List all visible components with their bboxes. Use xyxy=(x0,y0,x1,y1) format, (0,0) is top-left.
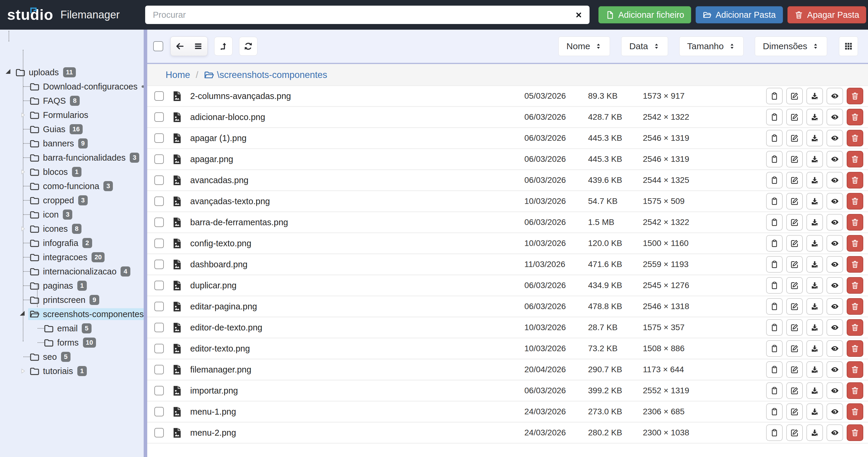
tree-item-inner[interactable]: como-funciona 3 xyxy=(28,180,116,192)
tree-expander-icon[interactable] xyxy=(18,364,28,378)
tree-item-inner[interactable]: integracoes 20 xyxy=(28,251,107,263)
copy-button[interactable] xyxy=(766,361,783,378)
tree-item[interactable]: Guias 16 xyxy=(0,122,147,136)
row-checkbox[interactable] xyxy=(154,133,164,143)
tree-item[interactable]: infografia 2 xyxy=(0,236,147,250)
download-button[interactable] xyxy=(806,109,823,125)
edit-button[interactable] xyxy=(786,235,803,252)
copy-button[interactable] xyxy=(766,424,783,441)
download-button[interactable] xyxy=(806,193,823,210)
edit-button[interactable] xyxy=(786,256,803,273)
edit-button[interactable] xyxy=(786,130,803,146)
tree-item[interactable]: Formularios xyxy=(0,108,147,122)
row-checkbox[interactable] xyxy=(154,196,164,206)
add-file-button[interactable]: Adicionar ficheiro xyxy=(598,6,691,23)
tree-item[interactable]: barra-funcionalidades 3 xyxy=(0,151,147,165)
tree-item-inner[interactable]: forms 10 xyxy=(42,337,99,348)
delete-button[interactable] xyxy=(847,340,863,357)
edit-button[interactable] xyxy=(786,88,803,104)
tree-item[interactable]: integracoes 20 xyxy=(0,250,147,264)
tree-expander-icon[interactable] xyxy=(18,151,28,165)
tree-expander-icon[interactable] xyxy=(32,321,42,335)
tree-expander-icon[interactable] xyxy=(18,136,28,151)
edit-button[interactable] xyxy=(786,403,803,420)
delete-folder-button[interactable]: Apagar Pasta xyxy=(787,6,867,23)
edit-button[interactable] xyxy=(786,277,803,294)
refresh-button[interactable] xyxy=(239,37,257,56)
delete-button[interactable] xyxy=(847,403,863,420)
row-checkbox[interactable] xyxy=(154,365,164,374)
copy-button[interactable] xyxy=(766,277,783,294)
preview-button[interactable] xyxy=(827,109,843,125)
download-button[interactable] xyxy=(806,361,823,378)
delete-button[interactable] xyxy=(847,214,863,231)
row-checkbox[interactable] xyxy=(154,407,164,417)
edit-button[interactable] xyxy=(786,361,803,378)
tree-item[interactable]: icon 3 xyxy=(0,208,147,222)
download-button[interactable] xyxy=(806,319,823,336)
tree-expander-icon[interactable] xyxy=(18,293,28,307)
row-checkbox[interactable] xyxy=(154,176,164,185)
delete-button[interactable] xyxy=(847,319,863,336)
row-checkbox[interactable] xyxy=(154,281,164,290)
delete-button[interactable] xyxy=(847,277,863,294)
preview-button[interactable] xyxy=(827,340,843,357)
tree-item[interactable]: screenshots-componentes xyxy=(0,307,147,321)
sort-by-name-button[interactable]: Nome xyxy=(558,36,610,56)
preview-button[interactable] xyxy=(827,88,843,104)
tree-item-inner[interactable]: blocos 1 xyxy=(28,166,85,178)
tree-expander-icon[interactable] xyxy=(18,208,28,222)
select-all-checkbox[interactable] xyxy=(153,41,163,51)
copy-button[interactable] xyxy=(766,403,783,420)
download-button[interactable] xyxy=(806,403,823,420)
preview-button[interactable] xyxy=(827,277,843,294)
copy-button[interactable] xyxy=(766,382,783,399)
search-input[interactable] xyxy=(152,10,572,20)
edit-button[interactable] xyxy=(786,214,803,231)
preview-button[interactable] xyxy=(827,172,843,188)
edit-button[interactable] xyxy=(786,172,803,188)
preview-button[interactable] xyxy=(827,235,843,252)
delete-button[interactable] xyxy=(847,361,863,378)
tree-item-inner[interactable]: cropped 3 xyxy=(28,194,91,206)
delete-button[interactable] xyxy=(847,88,863,104)
preview-button[interactable] xyxy=(827,193,843,210)
row-checkbox[interactable] xyxy=(154,302,164,311)
tree-expander-icon[interactable] xyxy=(18,279,28,293)
tree-item-inner[interactable]: Download-configuracoes xyxy=(28,81,147,92)
edit-button[interactable] xyxy=(786,298,803,315)
row-checkbox[interactable] xyxy=(154,91,164,101)
edit-button[interactable] xyxy=(786,340,803,357)
tree-item[interactable]: tutoriais 1 xyxy=(0,364,147,378)
preview-button[interactable] xyxy=(827,319,843,336)
level-up-button[interactable] xyxy=(214,37,232,56)
row-checkbox[interactable] xyxy=(154,239,164,248)
row-checkbox[interactable] xyxy=(154,260,164,269)
tree-item[interactable]: printscreen 9 xyxy=(0,293,147,307)
delete-button[interactable] xyxy=(847,193,863,210)
tree-expander-icon[interactable] xyxy=(18,264,28,279)
delete-button[interactable] xyxy=(847,109,863,125)
download-button[interactable] xyxy=(806,172,823,188)
edit-button[interactable] xyxy=(786,382,803,399)
tree-expander-icon[interactable] xyxy=(18,122,28,136)
tree-item-inner[interactable]: Formularios xyxy=(28,109,91,121)
preview-button[interactable] xyxy=(827,298,843,315)
tree-item-inner[interactable]: screenshots-componentes xyxy=(28,308,147,320)
copy-button[interactable] xyxy=(766,298,783,315)
tree-item[interactable]: como-funciona 3 xyxy=(0,179,147,193)
preview-button[interactable] xyxy=(827,403,843,420)
back-button[interactable] xyxy=(170,37,189,56)
tree-item-inner[interactable]: tutoriais 1 xyxy=(28,365,90,377)
edit-button[interactable] xyxy=(786,193,803,210)
tree-item[interactable]: cropped 3 xyxy=(0,193,147,208)
edit-button[interactable] xyxy=(786,151,803,167)
delete-button[interactable] xyxy=(847,382,863,399)
tree-expander-icon[interactable] xyxy=(4,65,14,80)
copy-button[interactable] xyxy=(766,88,783,104)
row-checkbox[interactable] xyxy=(154,112,164,122)
download-button[interactable] xyxy=(806,340,823,357)
download-button[interactable] xyxy=(806,382,823,399)
tree-item[interactable]: uploads 11 xyxy=(0,65,147,80)
copy-button[interactable] xyxy=(766,151,783,167)
